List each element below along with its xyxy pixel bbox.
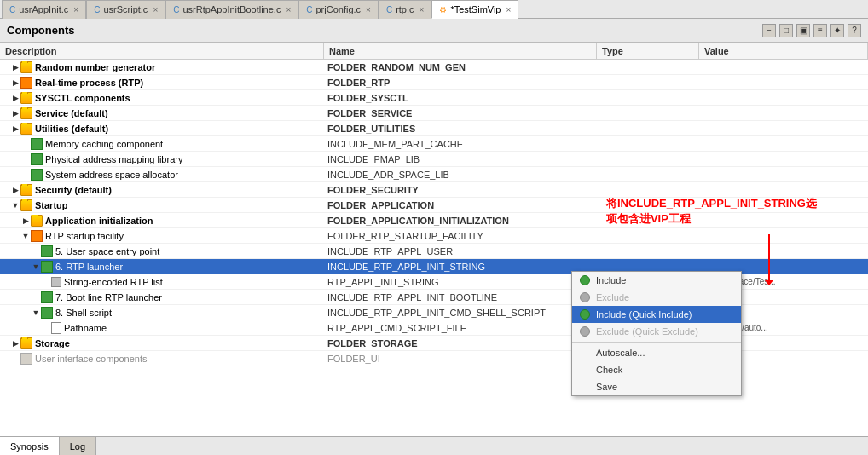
ctx-check-label: Check bbox=[596, 365, 622, 375]
tab-usrScript[interactable]: C usrScript.c × bbox=[86, 0, 165, 19]
column-headers: Description Name Type Value bbox=[0, 43, 868, 60]
folder-icon bbox=[20, 199, 32, 211]
tab-synopsis[interactable]: Synopsis bbox=[0, 437, 60, 455]
tree-toggle[interactable]: ▼ bbox=[31, 308, 41, 318]
context-menu-save[interactable]: Save bbox=[572, 378, 741, 395]
tree-toggle[interactable]: ▶ bbox=[10, 124, 20, 134]
context-menu-separator bbox=[572, 342, 741, 343]
table-row[interactable]: ▶ Real-time process (RTP) FOLDER_RTP bbox=[0, 75, 868, 90]
row-name: INCLUDE_PMAP_LIB bbox=[324, 154, 597, 164]
tab-log[interactable]: Log bbox=[60, 437, 96, 455]
help-button[interactable]: ? bbox=[848, 24, 861, 37]
tab-bar: C usrAppInit.c × C usrScript.c × C usrRt… bbox=[0, 0, 868, 19]
table-row[interactable]: ▼ RTP startup facility FOLDER_RTP_STARTU… bbox=[0, 228, 868, 244]
check-icon bbox=[579, 364, 591, 376]
collapse-button[interactable]: ≡ bbox=[813, 24, 827, 37]
row-description: Random number generator bbox=[35, 62, 155, 72]
minimize-button[interactable]: − bbox=[762, 24, 776, 37]
annotation-arrow bbox=[768, 234, 770, 285]
tree-toggle bbox=[20, 154, 31, 164]
tab-close[interactable]: × bbox=[506, 5, 512, 14]
row-description: 8. Shell script bbox=[55, 308, 112, 318]
tab-close[interactable]: × bbox=[73, 5, 78, 14]
tab-close[interactable]: × bbox=[286, 5, 291, 14]
tree-toggle[interactable]: ▶ bbox=[10, 185, 20, 195]
config-file-icon: ⚙ bbox=[439, 5, 447, 14]
row-name: INCLUDE_RTP_APPL_INIT_STRING bbox=[324, 262, 597, 272]
tree-toggle[interactable]: ▶ bbox=[10, 338, 20, 348]
tab-close[interactable]: × bbox=[366, 5, 371, 14]
tab-rtp[interactable]: C rtp.c × bbox=[379, 0, 431, 19]
log-label: Log bbox=[70, 441, 85, 452]
tree-toggle[interactable]: ▼ bbox=[20, 231, 31, 241]
row-name: RTP_APPL_INIT_STRING bbox=[324, 277, 597, 287]
maximize-button[interactable]: □ bbox=[779, 24, 793, 37]
context-menu-autoscale[interactable]: Autoscale... bbox=[572, 344, 741, 361]
row-description: Memory caching component bbox=[45, 139, 163, 149]
annotation-line2: 项包含进VIP工程 bbox=[606, 211, 817, 227]
header-icons: − □ ▣ ≡ ✦ ? bbox=[762, 24, 861, 37]
tree-toggle[interactable]: ▼ bbox=[10, 200, 20, 210]
folder-icon bbox=[31, 215, 43, 227]
component-icon bbox=[41, 307, 53, 319]
ctx-quick-include-label: Include (Quick Include) bbox=[596, 309, 692, 320]
table-row[interactable]: Memory caching component INCLUDE_MEM_PAR… bbox=[0, 136, 868, 152]
table-row[interactable]: ▶ SYSCTL components FOLDER_SYSCTL bbox=[0, 90, 868, 106]
expand-button[interactable]: ✦ bbox=[830, 24, 844, 37]
row-name: INCLUDE_MEM_PART_CACHE bbox=[324, 139, 597, 149]
table-row[interactable]: System address space allocator INCLUDE_A… bbox=[0, 167, 868, 182]
context-menu-exclude: Exclude bbox=[572, 289, 741, 306]
c-file-icon: C bbox=[306, 5, 312, 14]
tree-toggle bbox=[41, 277, 51, 287]
context-menu-quick-include[interactable]: Include (Quick Include) bbox=[572, 306, 741, 323]
tree-toggle[interactable]: ▼ bbox=[31, 262, 41, 272]
component-icon bbox=[41, 245, 53, 257]
restore-button[interactable]: ▣ bbox=[796, 24, 810, 37]
rtp-icon bbox=[31, 230, 43, 242]
row-name: FOLDER_UTILITIES bbox=[324, 124, 597, 134]
tree-toggle bbox=[20, 170, 31, 180]
tree-toggle[interactable]: ▶ bbox=[10, 78, 20, 88]
bottom-tabs: Synopsis Log bbox=[0, 436, 868, 455]
ctx-quick-exclude-label: Exclude (Quick Exclude) bbox=[596, 326, 698, 337]
row-name: RTP_APPL_CMD_SCRIPT_FILE bbox=[324, 323, 597, 333]
col-header-description: Description bbox=[0, 43, 324, 59]
row-name: FOLDER_SYSCTL bbox=[324, 93, 597, 103]
tree-toggle[interactable]: ▶ bbox=[10, 62, 20, 72]
component-icon bbox=[31, 153, 43, 165]
table-row[interactable]: ▶ Utilities (default) FOLDER_UTILITIES bbox=[0, 121, 868, 136]
tree-toggle[interactable]: ▶ bbox=[20, 216, 31, 226]
context-menu-check[interactable]: Check bbox=[572, 361, 741, 378]
component-icon bbox=[41, 261, 53, 273]
table-row[interactable]: Physical address mapping library INCLUDE… bbox=[0, 152, 868, 167]
table-row[interactable]: ▶ Service (default) FOLDER_SERVICE bbox=[0, 106, 868, 121]
row-name: FOLDER_APPLICATION_INITIALIZATION bbox=[324, 216, 597, 226]
tab-close[interactable]: × bbox=[420, 5, 425, 14]
folder-gray-icon bbox=[20, 353, 32, 365]
tab-close[interactable]: × bbox=[153, 5, 158, 14]
tree-toggle[interactable]: ▶ bbox=[10, 108, 20, 118]
row-name: FOLDER_RTP bbox=[324, 78, 597, 88]
context-menu-quick-exclude: Exclude (Quick Exclude) bbox=[572, 323, 741, 340]
table-row[interactable]: ▶ Random number generator FOLDER_RANDOM_… bbox=[0, 60, 868, 75]
tab-TestSimVip[interactable]: ⚙ *TestSimVip × bbox=[431, 0, 518, 19]
ctx-autoscale-label: Autoscale... bbox=[596, 348, 645, 358]
row-description: SYSCTL components bbox=[35, 93, 130, 103]
main-panel: Components − □ ▣ ≡ ✦ ? Description Name … bbox=[0, 19, 868, 455]
tab-usrRtpAppInitBootline[interactable]: C usrRtpAppInitBootline.c × bbox=[165, 0, 298, 19]
context-menu: Include Exclude Include (Quick Include) bbox=[571, 271, 742, 396]
tree-toggle bbox=[20, 139, 31, 149]
tab-label: *TestSimVip bbox=[450, 4, 501, 14]
tree-toggle[interactable]: ▶ bbox=[10, 93, 20, 103]
context-menu-include[interactable]: Include bbox=[572, 272, 741, 289]
components-header: Components − □ ▣ ≡ ✦ ? bbox=[0, 19, 868, 43]
row-name: FOLDER_SERVICE bbox=[324, 108, 597, 118]
exclude-icon bbox=[579, 291, 591, 303]
row-name: INCLUDE_ADR_SPACE_LIB bbox=[324, 170, 597, 180]
save-icon bbox=[579, 381, 591, 393]
tab-usrAppInit[interactable]: C usrAppInit.c × bbox=[2, 0, 86, 19]
tab-prjConfig[interactable]: C prjConfig.c × bbox=[298, 0, 379, 19]
ctx-exclude-label: Exclude bbox=[596, 292, 629, 302]
table-row[interactable]: 5. User space entry point INCLUDE_RTP_AP… bbox=[0, 244, 868, 259]
row-name: INCLUDE_RTP_APPL_INIT_CMD_SHELL_SCRIPT bbox=[324, 308, 597, 318]
